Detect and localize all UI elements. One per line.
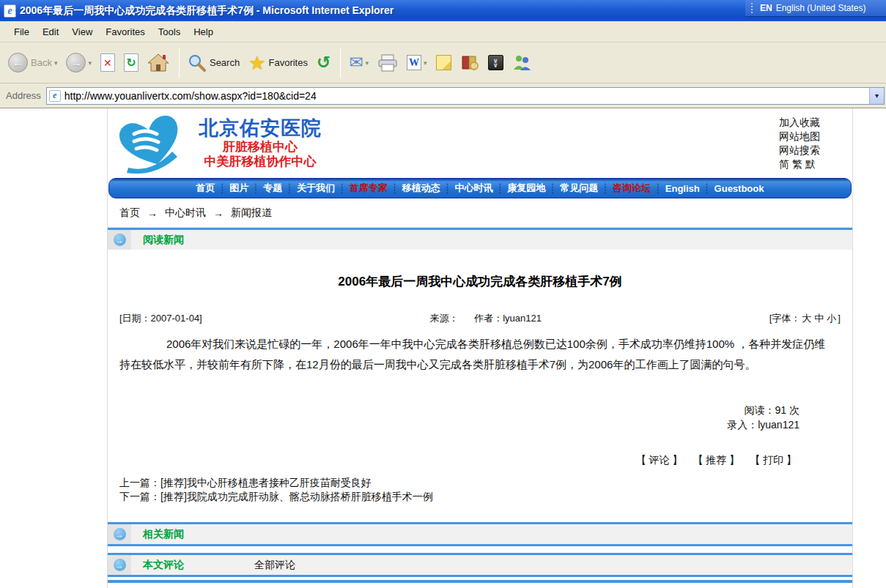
- section-title-read-news: 阅读新闻: [143, 234, 184, 247]
- nav-item[interactable]: English: [661, 183, 704, 194]
- history-button[interactable]: ↺: [313, 51, 334, 75]
- nav-item[interactable]: 移植动态: [398, 182, 445, 195]
- nav-item[interactable]: 图片: [225, 182, 253, 195]
- search-icon: [188, 53, 207, 72]
- refresh-button[interactable]: ↻: [120, 51, 142, 74]
- edit-dropdown-icon[interactable]: ▾: [424, 59, 427, 67]
- breadcrumb-arrow-icon: →: [213, 207, 224, 219]
- nav-item[interactable]: 专题: [259, 182, 287, 195]
- menu-item-file[interactable]: File: [7, 23, 36, 40]
- breadcrumb-item[interactable]: 中心时讯: [165, 206, 206, 220]
- menu-item-edit[interactable]: Edit: [36, 23, 65, 40]
- font-size-control: [字体：大中小]: [769, 312, 841, 325]
- nav-item[interactable]: 中心时讯: [450, 182, 497, 195]
- favorites-button[interactable]: ★ Favorites: [245, 51, 311, 75]
- home-icon: [147, 53, 169, 72]
- forward-button[interactable]: → ▾: [62, 51, 95, 75]
- breadcrumb-item[interactable]: 首页: [119, 206, 140, 220]
- forward-dropdown-icon[interactable]: ▾: [88, 59, 92, 67]
- arrow-circle-icon: →: [114, 528, 126, 540]
- edit-word-button[interactable]: W ▾: [403, 53, 431, 72]
- prev-article-link[interactable]: 上一篇：[推荐]我中心肝移植患者接种乙肝疫苗耐受良好: [119, 476, 852, 490]
- nav-separator-icon: ┊: [392, 183, 398, 194]
- breadcrumb-item[interactable]: 新闻报道: [231, 206, 272, 220]
- language-bar[interactable]: EN English (United States): [745, 0, 886, 17]
- nav-item[interactable]: 首页: [192, 182, 220, 195]
- favorites-label: Favorites: [268, 57, 307, 68]
- address-input[interactable]: e http://www.youanlivertx.com/show.aspx?…: [46, 87, 885, 105]
- section-comments: → 本文评论 全部评论: [108, 553, 852, 577]
- font-size-link[interactable]: 中: [814, 313, 824, 324]
- nav-item[interactable]: 首席专家: [345, 182, 392, 195]
- home-button[interactable]: [144, 51, 173, 75]
- address-dropdown-button[interactable]: ▾: [869, 88, 884, 104]
- mail-button[interactable]: ✉ ▾: [345, 51, 372, 75]
- main-nav: 首页┊图片┊专题┊关于我们┊首席专家┊移植动态┊中心时讯┊康复园地┊常见问题┊咨…: [108, 178, 852, 198]
- menu-item-favorites[interactable]: Favorites: [99, 23, 151, 40]
- toolbar-separator: [340, 48, 341, 78]
- quick-link[interactable]: 网站地图: [779, 130, 820, 144]
- nav-item[interactable]: Guestbook: [710, 183, 769, 194]
- font-size-prefix: [字体：: [769, 313, 801, 324]
- toolbar-separator: [179, 48, 180, 78]
- breadcrumb: 首页→中心时讯→新闻报道: [108, 198, 852, 228]
- center-name-2: 中美肝移植协作中心: [199, 155, 322, 169]
- messenger-icon: ∨ ∨: [488, 55, 503, 70]
- language-name: English (United States): [776, 3, 866, 13]
- nav-item[interactable]: 常见问题: [555, 182, 602, 195]
- section-title-related-news: 相关新闻: [143, 528, 184, 541]
- action-link[interactable]: 【 打印 】: [750, 454, 797, 466]
- all-comments-link[interactable]: 全部评论: [254, 559, 295, 572]
- content-column: 北京佑安医院 肝脏移植中心 中美肝移植协作中心 加入收藏网站地图网站搜索简 繁 …: [107, 108, 853, 588]
- nav-item[interactable]: 关于我们: [292, 182, 339, 195]
- hospital-logo: [115, 113, 191, 174]
- font-size-links: 大中小: [800, 313, 838, 324]
- next-article-link[interactable]: 下一篇：[推荐]我院成功完成肝动脉、髂总动脉搭桥肝脏移植手术一例: [119, 490, 852, 504]
- history-icon: ↺: [317, 53, 331, 72]
- nav-separator-icon: ┊: [287, 183, 292, 194]
- back-button[interactable]: ← Back ▾: [4, 51, 61, 75]
- action-link[interactable]: 【 评论 】: [636, 454, 683, 466]
- bottom-divider: [108, 580, 852, 583]
- section-icon-cell: →: [108, 230, 131, 250]
- nav-item[interactable]: 咨询论坛: [608, 182, 655, 195]
- address-label: Address: [6, 90, 41, 101]
- nav-separator-icon: ┊: [704, 183, 710, 194]
- menu-item-tools[interactable]: Tools: [152, 23, 187, 40]
- font-size-link[interactable]: 大: [802, 313, 811, 324]
- ie-letter: e: [53, 90, 56, 101]
- nav-separator-icon: ┊: [602, 183, 608, 194]
- stop-button[interactable]: ✕: [97, 51, 119, 74]
- font-size-link[interactable]: 小: [827, 313, 836, 324]
- quick-link[interactable]: 网站搜索: [779, 144, 820, 157]
- quick-link[interactable]: 简 繁 默: [779, 157, 820, 171]
- read-count: 阅读：91 次: [108, 403, 800, 417]
- section-gap: [108, 546, 852, 553]
- menu-item-help[interactable]: Help: [187, 23, 220, 40]
- search-button[interactable]: Search: [184, 51, 243, 75]
- article-title: 2006年最后一周我中心成功完成各类肝移植手术7例: [108, 250, 852, 290]
- nav-item[interactable]: 康复园地: [503, 182, 550, 195]
- article: 2006年最后一周我中心成功完成各类肝移植手术7例 [日期：2007-01-04…: [108, 250, 852, 522]
- print-button[interactable]: [374, 51, 402, 74]
- notes-button[interactable]: [432, 53, 455, 72]
- messenger-button[interactable]: ∨ ∨: [484, 53, 507, 72]
- people-icon: [512, 54, 531, 71]
- section-icon-cell: →: [108, 524, 131, 544]
- arrow-circle-icon: →: [114, 559, 126, 571]
- menu-item-view[interactable]: View: [65, 23, 99, 40]
- back-dropdown-icon[interactable]: ▾: [54, 59, 58, 67]
- window-title: 2006年最后一周我中心成功完成各类肝移植手术7例 - Microsoft In…: [20, 4, 394, 18]
- research-button[interactable]: [457, 52, 483, 74]
- page-favicon: e: [49, 90, 61, 102]
- action-link[interactable]: 【 推荐 】: [693, 454, 739, 466]
- people-button[interactable]: [509, 52, 535, 73]
- quick-link[interactable]: 加入收藏: [779, 116, 820, 130]
- nav-separator-icon: ┊: [550, 183, 555, 194]
- article-body: 2006年对我们来说是忙碌的一年，2006年一年中我中心完成各类肝移植总例数已达…: [108, 334, 852, 375]
- breadcrumb-arrow-icon: →: [147, 207, 158, 219]
- language-bar-grip-icon[interactable]: [751, 3, 754, 13]
- mail-dropdown-icon[interactable]: ▾: [366, 59, 369, 67]
- nav-separator-icon: ┊: [339, 183, 345, 194]
- nav-separator-icon: ┊: [445, 183, 451, 194]
